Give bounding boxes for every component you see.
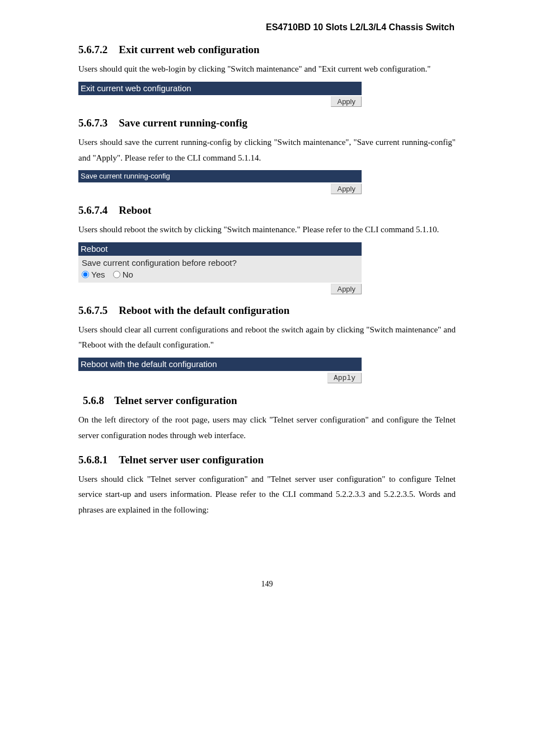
panel-title-bar: Save current running-config: [78, 170, 362, 182]
save-no-radio[interactable]: [113, 271, 120, 278]
section-number: 5.6.7.2: [78, 44, 107, 55]
page-number: 149: [78, 580, 456, 589]
panel-title-bar: Exit current web configuration: [78, 82, 362, 95]
section-heading-telnet-user-config: 5.6.8.1Telnet server user configuration: [78, 454, 456, 466]
section-body: Users should clear all current configura…: [78, 322, 456, 354]
panel-title-bar: Reboot with the default configuration: [78, 358, 362, 371]
ui-exit-web-config: Exit current web configuration Apply: [78, 82, 456, 107]
apply-button[interactable]: Apply: [331, 184, 362, 194]
section-heading-save-running: 5.6.7.3Save current running-config: [78, 117, 456, 129]
apply-button[interactable]: Apply: [331, 96, 362, 107]
section-heading-telnet-config: 5.6.8Telnet server configuration: [83, 395, 456, 407]
save-no-label: No: [123, 270, 133, 279]
section-heading-reboot: 5.6.7.4Reboot: [78, 204, 456, 217]
section-body: Users should reboot the switch by clicki…: [78, 222, 456, 238]
section-title: Exit current web configuration: [119, 44, 259, 55]
apply-row: Apply: [78, 95, 362, 107]
section-heading-exit-web: 5.6.7.2Exit current web configuration: [78, 44, 456, 56]
apply-row: Apply: [78, 182, 362, 194]
ui-save-running-config: Save current running-config Apply: [78, 170, 456, 194]
apply-button[interactable]: Apply: [327, 373, 362, 383]
reboot-question-text: Save current configuration before reboot…: [82, 258, 358, 267]
section-title: Telnet server configuration: [114, 395, 237, 406]
section-title: Save current running-config: [119, 117, 247, 129]
page-header-title: ES4710BD 10 Slots L2/L3/L4 Chassis Switc…: [78, 22, 456, 32]
ui-reboot-default: Reboot with the default configuration Ap…: [78, 358, 456, 383]
apply-row: Apply: [78, 371, 362, 383]
ui-reboot: Reboot Save current configuration before…: [78, 242, 456, 294]
apply-button[interactable]: Apply: [331, 284, 362, 294]
section-number: 5.6.8.1: [78, 454, 107, 466]
apply-row: Apply: [78, 283, 362, 294]
section-number: 5.6.7.3: [78, 117, 107, 129]
save-yes-radio[interactable]: [82, 271, 89, 278]
section-body: Users should click "Telnet server config…: [78, 472, 456, 518]
section-heading-reboot-default: 5.6.7.5Reboot with the default configura…: [78, 304, 456, 317]
section-title: Reboot with the default configuration: [119, 304, 289, 316]
section-number: 5.6.7.4: [78, 204, 107, 216]
section-body: Users should save the current running-co…: [78, 135, 456, 166]
reboot-question-panel: Save current configuration before reboot…: [78, 256, 362, 283]
section-body: On the left directory of the root page, …: [78, 412, 456, 444]
panel-title-bar: Reboot: [78, 242, 362, 256]
section-title: Telnet server user configuration: [119, 454, 264, 466]
section-title: Reboot: [119, 204, 151, 216]
section-number: 5.6.7.5: [78, 304, 107, 316]
section-number: 5.6.8: [83, 395, 104, 406]
save-yes-label: Yes: [91, 270, 105, 279]
section-body: Users should quit the web-login by click…: [78, 62, 456, 77]
